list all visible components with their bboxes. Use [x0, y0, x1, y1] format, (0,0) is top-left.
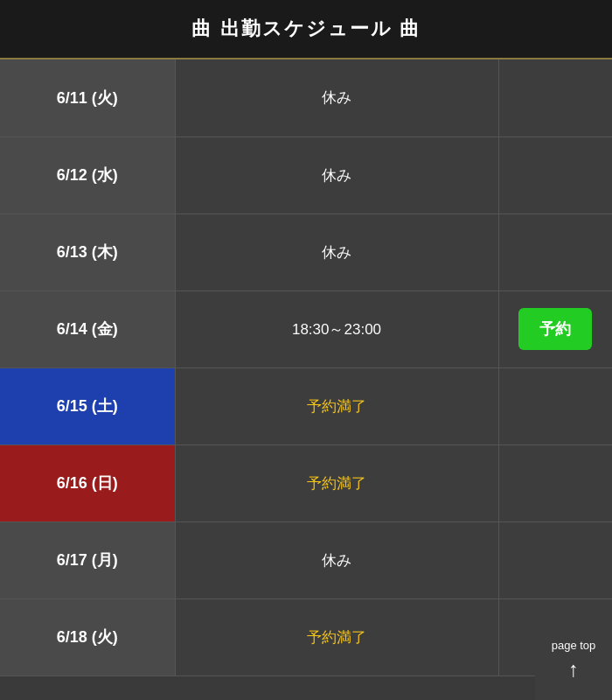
table-row: 6/18 (火)予約満了: [0, 598, 612, 676]
page-container: 曲 出勤スケジュール 曲 6/11 (火)休み6/12 (水)休み6/13 (木…: [0, 0, 612, 700]
page-top-label: page top: [552, 639, 596, 652]
arrow-up-icon: ↑: [568, 657, 579, 682]
date-cell: 6/18 (火): [0, 598, 175, 676]
date-cell: 6/14 (金): [0, 290, 175, 368]
action-cell: [498, 214, 612, 290]
schedule-table: 6/11 (火)休み6/12 (水)休み6/13 (木)休み6/14 (金)18…: [0, 60, 612, 676]
status-cell: 予約満了: [175, 368, 498, 444]
table-row: 6/17 (月)休み: [0, 522, 612, 598]
date-cell: 6/12 (水): [0, 136, 175, 214]
status-cell: 18:30～23:00: [175, 290, 498, 368]
date-cell: 6/11 (火): [0, 60, 175, 136]
header-icon-left: 曲: [191, 18, 212, 39]
table-row: 6/13 (木)休み: [0, 214, 612, 290]
status-cell: 休み: [175, 136, 498, 214]
header-title: 出勤スケジュール: [220, 18, 393, 39]
status-cell: 休み: [175, 60, 498, 136]
header-icon-right: 曲: [400, 18, 421, 39]
status-cell: 休み: [175, 214, 498, 290]
date-cell: 6/16 (日): [0, 444, 175, 522]
table-row: 6/12 (水)休み: [0, 136, 612, 214]
table-row: 6/15 (土)予約満了: [0, 368, 612, 444]
action-cell: [498, 136, 612, 214]
date-cell: 6/15 (土): [0, 368, 175, 444]
reserve-button[interactable]: 予約: [518, 308, 592, 350]
status-cell: 休み: [175, 522, 498, 598]
action-cell: [498, 522, 612, 598]
table-row: 6/16 (日)予約満了: [0, 444, 612, 522]
status-cell: 予約満了: [175, 444, 498, 522]
page-header: 曲 出勤スケジュール 曲: [0, 0, 612, 60]
table-row: 6/11 (火)休み: [0, 60, 612, 136]
action-cell: [498, 60, 612, 136]
page-top-button[interactable]: page top ↑: [535, 620, 612, 700]
table-row: 6/14 (金)18:30～23:00予約: [0, 290, 612, 368]
action-cell: 予約: [498, 290, 612, 368]
date-cell: 6/13 (木): [0, 214, 175, 290]
action-cell: [498, 444, 612, 522]
action-cell: [498, 368, 612, 444]
status-cell: 予約満了: [175, 598, 498, 676]
date-cell: 6/17 (月): [0, 522, 175, 598]
